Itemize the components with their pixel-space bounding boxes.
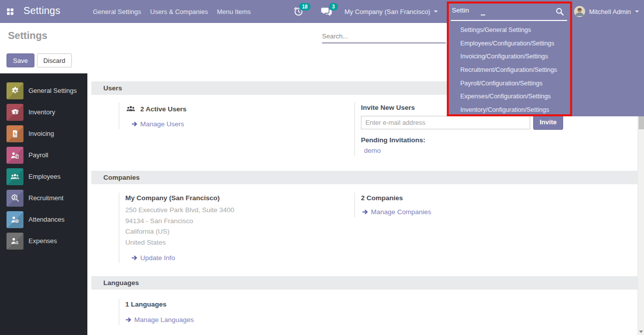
section-header-companies: Companies [91, 171, 638, 184]
scrollbar-down-arrow-icon[interactable] [639, 331, 643, 333]
companies-left-col: My Company (San Francisco) 250 Executive… [119, 193, 354, 263]
navbar-menu-general-settings[interactable]: General Settings [93, 8, 141, 15]
search-result-item[interactable]: Settings/General Settings [449, 23, 570, 37]
sidebar-item-label: Inventory [28, 108, 55, 116]
form-buttons: Save Discard [6, 53, 72, 67]
navbar-menus: General SettingsUsers & CompaniesMenu It… [93, 0, 251, 23]
manage-companies-link[interactable]: Manage Companies [362, 208, 431, 216]
invoice-icon: $ [6, 125, 23, 142]
menu-search-results: Settings/General SettingsEmployees/Confi… [449, 23, 570, 117]
search-result-item[interactable]: Payroll/Configuration/Settings [449, 77, 570, 90]
section-header-languages: Languages [91, 276, 638, 290]
users-left-col: 2 Active Users Manage Users [119, 102, 354, 156]
users-group-icon [125, 104, 136, 114]
search-result-item[interactable]: Invoicing/Configuration/Settings [449, 50, 570, 63]
apps-grid-icon[interactable] [7, 8, 13, 15]
update-info-link[interactable]: Update Info [131, 254, 354, 262]
languages-row: 1 Languages Manage Languages [119, 299, 644, 325]
activities-badge: 18 [299, 3, 311, 10]
gear-icon [6, 82, 23, 99]
sidebar-item-label: Expenses [28, 237, 57, 245]
menu-search-highlight-frame: Settings/General SettingsEmployees/Confi… [447, 1, 572, 116]
svg-text:$: $ [16, 155, 18, 159]
arrow-right-icon [131, 121, 138, 127]
arrow-right-icon [362, 209, 368, 215]
navbar-app-title[interactable]: Settings [23, 5, 60, 16]
search-result-item[interactable]: Inventory/Configuration/Settings [449, 103, 570, 117]
page-title: Settings [8, 30, 47, 41]
company-address: 250 Executive Park Blvd, Suite 3400 9413… [125, 205, 354, 248]
navbar-menu-users-companies[interactable]: Users & Companies [150, 8, 208, 15]
companies-right-col: 2 Companies Manage Companies [354, 193, 431, 263]
address-line: United States [125, 237, 354, 248]
sidebar-item-label: Recruitment [28, 194, 63, 202]
search-icon[interactable] [556, 7, 564, 16]
chevron-down-icon [635, 10, 639, 12]
sidebar-item-label: Payroll [28, 151, 48, 159]
employees-icon [6, 168, 23, 185]
sidebar-item-expenses[interactable]: $Expenses [0, 230, 87, 252]
sidebar-item-label: General Settings [28, 87, 77, 94]
languages-box: 1 Languages Manage Languages [119, 299, 354, 325]
user-name: Mitchell Admin [589, 8, 631, 15]
pending-user-link[interactable]: demo [364, 147, 563, 154]
save-button[interactable]: Save [6, 53, 34, 67]
languages-count: 1 Languages [125, 301, 354, 308]
settings-sidebar: General SettingsInventory$Invoicing$Payr… [0, 73, 87, 335]
sidebar-item-label: Attendances [28, 216, 64, 223]
discard-button[interactable]: Discard [37, 53, 72, 67]
sidebar-item-recruitment[interactable]: Recruitment [0, 187, 87, 209]
user-avatar [574, 6, 585, 17]
companies-count-box: 2 Companies Manage Companies [354, 193, 431, 217]
company-switcher-label: My Company (San Francisco) [344, 8, 430, 15]
search-underline [451, 20, 567, 21]
address-line: California (US) [125, 226, 354, 237]
scrollbar-thumb[interactable] [639, 116, 644, 129]
manage-users-link[interactable]: Manage Users [131, 120, 354, 128]
companies-count: 2 Companies [361, 194, 431, 202]
navbar-menu-menu-items[interactable]: Menu Items [217, 8, 251, 15]
text-cursor [481, 14, 485, 15]
manage-languages-link[interactable]: Manage Languages [125, 316, 354, 324]
attendance-icon [6, 211, 23, 228]
languages-left-col: 1 Languages Manage Languages [119, 299, 354, 325]
arrow-right-icon [125, 317, 132, 323]
svg-text:$: $ [16, 240, 18, 245]
settings-search-input[interactable] [322, 30, 446, 43]
sidebar-item-attendances[interactable]: Attendances [0, 209, 87, 230]
sidebar-item-general-settings[interactable]: General Settings [0, 80, 87, 101]
svg-text:$: $ [14, 131, 16, 136]
active-users-box: 2 Active Users Manage Users [119, 102, 354, 129]
user-menu[interactable]: Mitchell Admin [574, 0, 639, 23]
search-result-item[interactable]: Employees/Configuration/Settings [449, 37, 570, 50]
recruitment-icon [6, 190, 23, 207]
sidebar-item-inventory[interactable]: Inventory [0, 101, 87, 123]
sidebar-item-invoicing[interactable]: $Invoicing [0, 123, 87, 144]
search-result-item[interactable]: Expenses/Configuration/Settings [449, 90, 570, 103]
box-icon [6, 104, 23, 121]
active-users-count: 2 Active Users [140, 105, 187, 113]
messages-badge: 3 [329, 3, 338, 10]
company-switcher[interactable]: My Company (San Francisco) [344, 0, 438, 23]
menu-search-input[interactable] [452, 6, 532, 14]
sidebar-item-label: Employees [28, 173, 60, 180]
payroll-icon: $ [6, 147, 23, 164]
invite-email-input[interactable] [361, 116, 530, 129]
pending-invitations-label: Pending Invitations: [361, 136, 563, 144]
settings-search [322, 30, 446, 43]
arrow-right-icon [131, 255, 138, 261]
company-name: My Company (San Francisco) [125, 194, 354, 202]
expenses-icon: $ [6, 233, 23, 250]
chevron-down-icon [434, 10, 438, 12]
address-line: 94134 - San Francisco [125, 216, 354, 227]
search-result-item[interactable]: Recruitment/Configuration/Settings [449, 63, 570, 77]
company-info-box: My Company (San Francisco) 250 Executive… [119, 193, 354, 263]
sidebar-item-label: Invoicing [28, 130, 54, 137]
companies-row: My Company (San Francisco) 250 Executive… [119, 193, 644, 263]
sidebar-item-payroll[interactable]: $Payroll [0, 144, 87, 166]
address-line: 250 Executive Park Blvd, Suite 3400 [125, 205, 354, 216]
sidebar-item-employees[interactable]: Employees [0, 166, 87, 187]
